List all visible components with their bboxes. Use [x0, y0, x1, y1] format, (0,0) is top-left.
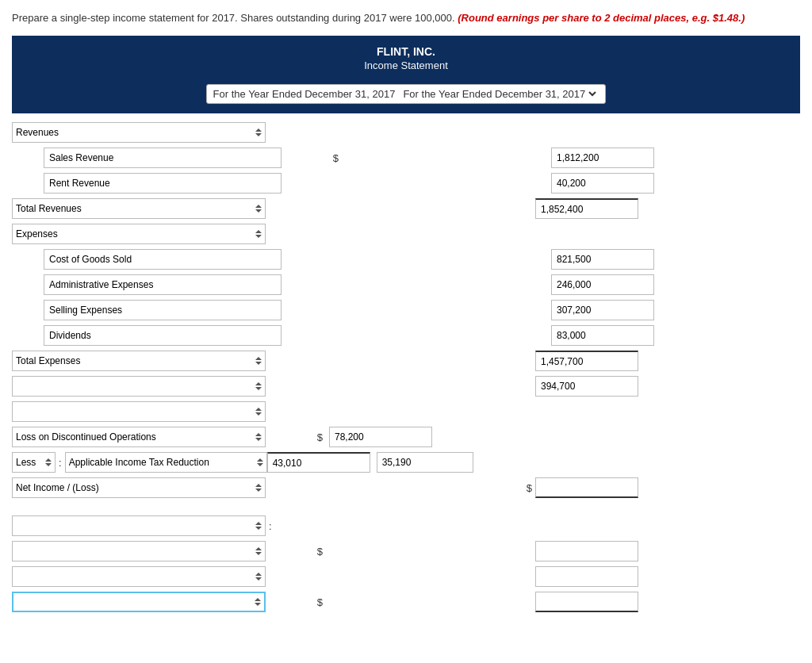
eps-row-2: $	[12, 540, 800, 562]
total-expenses-select[interactable]: Total Expenses	[12, 351, 266, 371]
applicable-select[interactable]: Applicable Income Tax Reduction	[65, 452, 267, 473]
period-label: For the Year Ended December 31, 2017	[213, 88, 396, 100]
total-expenses-value[interactable]: 1,457,700	[535, 351, 638, 371]
total-revenues-value[interactable]: 1,852,400	[535, 198, 638, 219]
eps-row-3	[12, 565, 800, 588]
eps-value-3[interactable]	[535, 566, 638, 587]
empty-row-1	[12, 400, 800, 423]
eps-select-3[interactable]	[12, 566, 266, 587]
eps-select-2[interactable]	[12, 541, 266, 561]
income-before-row: 394,700	[12, 375, 800, 397]
cogs-value[interactable]: 821,500	[551, 249, 654, 270]
dollar-sign-eps2: $	[314, 546, 326, 558]
admin-row: 246,000	[12, 274, 800, 296]
dividends-row: 83,000	[12, 324, 800, 347]
dividends-input[interactable]	[44, 325, 282, 346]
eps-select-1[interactable]	[12, 515, 266, 536]
dollar-sign-net: $	[523, 482, 535, 494]
selling-value[interactable]: 307,200	[551, 300, 654, 320]
loss-discontinued-amount[interactable]: 78,200	[329, 427, 432, 447]
period-selector[interactable]: For the Year Ended December 31, 2017 For…	[206, 84, 607, 104]
instruction-warning: (Round earnings per share to 2 decimal p…	[458, 12, 745, 24]
dollar-sign-loss: $	[314, 431, 326, 443]
selling-row: 307,200	[12, 299, 800, 321]
sales-revenue-row: $ 1,812,200	[12, 147, 800, 169]
colon-label: :	[59, 457, 62, 469]
eps-row-4: $	[12, 591, 800, 613]
applicable-result[interactable]: 35,190	[377, 452, 473, 473]
applicable-amount[interactable]: 43,010	[267, 452, 370, 473]
admin-input[interactable]	[44, 274, 282, 295]
rent-revenue-row: 40,200	[12, 172, 800, 194]
statement-title: Income Statement	[28, 59, 784, 71]
net-income-select[interactable]: Net Income / (Loss)	[12, 477, 266, 498]
sales-revenue-value[interactable]: 1,812,200	[551, 148, 654, 168]
instruction-text: Prepare a single-step income statement f…	[12, 12, 800, 24]
income-statement-form: Revenues $ 1,812,200 40,200	[12, 121, 800, 613]
eps-row-1: :	[12, 515, 800, 537]
income-before-value[interactable]: 394,700	[535, 376, 638, 397]
total-revenues-row: Total Revenues 1,852,400	[12, 197, 800, 220]
empty-select-1[interactable]	[12, 401, 266, 422]
eps-value-4[interactable]	[535, 592, 638, 612]
net-income-row: Net Income / (Loss) $	[12, 477, 800, 499]
eps-value-2[interactable]	[535, 541, 638, 561]
applicable-row: Less : Applicable Income Tax Reduction 4…	[12, 451, 800, 473]
expenses-select[interactable]: Expenses	[12, 224, 266, 244]
rent-revenue-value[interactable]: 40,200	[551, 173, 654, 194]
dividends-value[interactable]: 83,000	[551, 325, 654, 346]
revenues-row: Revenues	[12, 121, 800, 144]
rent-revenue-input[interactable]	[44, 173, 282, 194]
admin-value[interactable]: 246,000	[551, 274, 654, 295]
eps-select-4[interactable]	[12, 592, 266, 612]
eps-colon: :	[269, 520, 272, 532]
period-dropdown[interactable]: For the Year Ended December 31, 2017	[400, 87, 599, 101]
company-name: FLINT, INC.	[28, 45, 784, 58]
cogs-row: 821,500	[12, 248, 800, 270]
sales-revenue-input[interactable]	[44, 148, 282, 168]
total-revenues-select[interactable]: Total Revenues	[12, 198, 266, 219]
selling-input[interactable]	[44, 300, 282, 320]
expenses-row: Expenses	[12, 223, 800, 245]
statement-header: FLINT, INC. Income Statement For the Yea…	[12, 36, 800, 113]
instruction-main: Prepare a single-step income statement f…	[12, 12, 455, 24]
less-select[interactable]: Less	[12, 452, 56, 473]
income-before-select[interactable]	[12, 376, 266, 397]
dollar-sign-eps4: $	[314, 596, 326, 608]
dollar-sign-sales: $	[330, 152, 342, 164]
cogs-input[interactable]	[44, 249, 282, 270]
total-expenses-row: Total Expenses 1,457,700	[12, 350, 800, 372]
loss-discontinued-select[interactable]: Loss on Discontinued Operations	[12, 427, 266, 447]
loss-discontinued-row: Loss on Discontinued Operations $ 78,200	[12, 426, 800, 448]
net-income-value[interactable]	[535, 477, 638, 498]
revenues-select[interactable]: Revenues	[12, 122, 266, 143]
